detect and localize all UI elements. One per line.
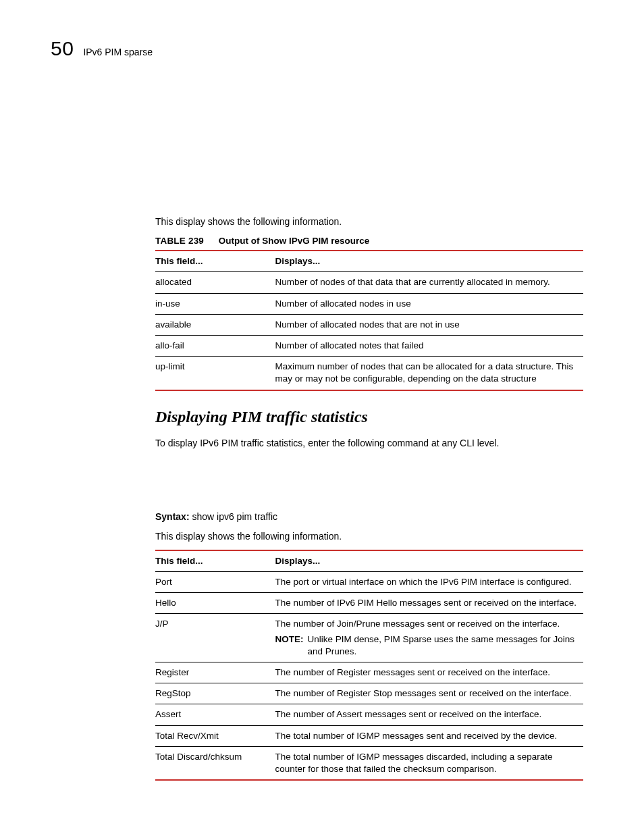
- intro-paragraph-2: This display shows the following informa…: [155, 530, 583, 543]
- table-row: RegStop The number of Register Stop mess…: [155, 683, 583, 704]
- table-row: allocated Number of nodes of that data t…: [155, 272, 583, 293]
- syntax-line: Syntax: show ipv6 pim traffic: [155, 511, 583, 523]
- displays-cell: The number of IPv6 PIM Hello messages se…: [275, 593, 583, 614]
- table-row: Total Discard/chksum The total number of…: [155, 746, 583, 780]
- displays-cell: The port or virtual interface on which t…: [275, 571, 583, 592]
- note-block: NOTE: Unlike PIM dense, PIM Sparse uses …: [275, 633, 578, 658]
- displays-cell: The number of Register messages sent or …: [275, 662, 583, 683]
- syntax-command: show ipv6 pim traffic: [192, 511, 277, 522]
- running-header: 50 IPv6 PIM sparse: [51, 37, 583, 60]
- displays-cell: The total number of IGMP messages sent a…: [275, 725, 583, 746]
- table-row: allo-fail Number of allocated notes that…: [155, 335, 583, 356]
- field-cell: Hello: [155, 593, 275, 614]
- field-cell: RegStop: [155, 683, 275, 704]
- intro-paragraph-1: This display shows the following informa…: [155, 215, 583, 228]
- displays-cell: Number of allocated nodes that are not i…: [275, 314, 583, 335]
- field-cell: available: [155, 314, 275, 335]
- note-text: Unlike PIM dense, PIM Sparse uses the sa…: [308, 633, 578, 658]
- body-content: This display shows the following informa…: [155, 215, 583, 781]
- displays-cell: Number of nodes of that data that are cu…: [275, 272, 583, 293]
- section-paragraph: To display IPv6 PIM traffic statistics, …: [155, 437, 583, 450]
- table-row: Port The port or virtual interface on wh…: [155, 571, 583, 592]
- table-traffic-header-row: This field... Displays...: [155, 550, 583, 572]
- displays-cell: The number of Register Stop messages sen…: [275, 683, 583, 704]
- field-cell: allocated: [155, 272, 275, 293]
- table-239: This field... Displays... allocated Numb…: [155, 250, 583, 391]
- chapter-title: IPv6 PIM sparse: [83, 47, 153, 57]
- table-row: Register The number of Register messages…: [155, 662, 583, 683]
- displays-cell: Number of allocated nodes in use: [275, 293, 583, 314]
- displays-cell: Maximum number of nodes that can be allo…: [275, 357, 583, 390]
- displays-cell: The number of Join/Prune messages sent o…: [275, 614, 583, 662]
- table-title: Output of Show IPvG PIM resource: [219, 236, 370, 246]
- table-239-head-field: This field...: [155, 251, 275, 272]
- section-heading: Displaying PIM traffic statistics: [155, 406, 583, 427]
- field-cell: Total Recv/Xmit: [155, 725, 275, 746]
- table-traffic-head-field: This field...: [155, 550, 275, 572]
- table-traffic: This field... Displays... Port The port …: [155, 550, 583, 781]
- table-239-head-displays: Displays...: [275, 251, 583, 272]
- table-row: Assert The number of Assert messages sen…: [155, 704, 583, 725]
- field-cell: allo-fail: [155, 335, 275, 356]
- syntax-label: Syntax:: [155, 511, 190, 522]
- note-label: NOTE:: [275, 633, 304, 658]
- table-label: TABLE 239: [155, 236, 204, 246]
- table-row: up-limit Maximum number of nodes that ca…: [155, 357, 583, 390]
- table-row: available Number of allocated nodes that…: [155, 314, 583, 335]
- table-row: Hello The number of IPv6 PIM Hello messa…: [155, 593, 583, 614]
- field-cell: in-use: [155, 293, 275, 314]
- displays-cell: The number of Assert messages sent or re…: [275, 704, 583, 725]
- table-row: in-use Number of allocated nodes in use: [155, 293, 583, 314]
- table-239-caption: TABLE 239 Output of Show IPvG PIM resour…: [155, 235, 583, 247]
- field-cell: Assert: [155, 704, 275, 725]
- field-cell: Register: [155, 662, 275, 683]
- chapter-number: 50: [51, 37, 74, 60]
- table-row: J/P The number of Join/Prune messages se…: [155, 614, 583, 662]
- field-cell: up-limit: [155, 357, 275, 390]
- displays-cell: Number of allocated notes that failed: [275, 335, 583, 356]
- table-traffic-head-displays: Displays...: [275, 550, 583, 572]
- field-cell: J/P: [155, 614, 275, 662]
- page: 50 IPv6 PIM sparse This display shows th…: [0, 0, 644, 834]
- table-239-header-row: This field... Displays...: [155, 251, 583, 272]
- table-row: Total Recv/Xmit The total number of IGMP…: [155, 725, 583, 746]
- field-cell: Port: [155, 571, 275, 592]
- field-cell: Total Discard/chksum: [155, 746, 275, 780]
- displays-cell: The total number of IGMP messages discar…: [275, 746, 583, 780]
